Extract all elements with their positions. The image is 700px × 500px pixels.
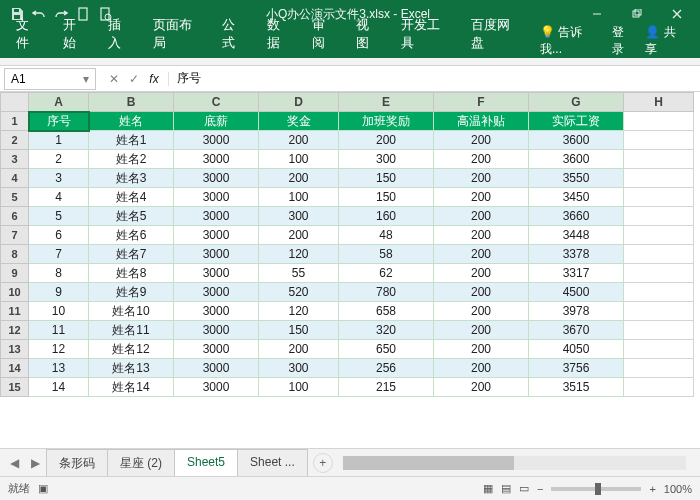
cell-4-A[interactable]: 3 bbox=[29, 169, 89, 188]
cell-7-E[interactable]: 48 bbox=[339, 226, 434, 245]
cell-10-B[interactable]: 姓名9 bbox=[89, 283, 174, 302]
cell-8-C[interactable]: 3000 bbox=[174, 245, 259, 264]
cell-13-B[interactable]: 姓名12 bbox=[89, 340, 174, 359]
cell-2-E[interactable]: 200 bbox=[339, 131, 434, 150]
sheet-tab-2[interactable]: Sheet5 bbox=[174, 449, 238, 477]
cell-7-B[interactable]: 姓名6 bbox=[89, 226, 174, 245]
zoom-in-icon[interactable]: + bbox=[649, 483, 655, 495]
cell-5-D[interactable]: 100 bbox=[259, 188, 339, 207]
view-break-icon[interactable]: ▭ bbox=[519, 482, 529, 495]
cell-9-E[interactable]: 62 bbox=[339, 264, 434, 283]
cell-13-A[interactable]: 12 bbox=[29, 340, 89, 359]
cell-6-E[interactable]: 160 bbox=[339, 207, 434, 226]
row-header-6[interactable]: 6 bbox=[1, 207, 29, 226]
zoom-slider[interactable] bbox=[551, 487, 641, 491]
close-button[interactable] bbox=[658, 2, 696, 26]
cell-4-C[interactable]: 3000 bbox=[174, 169, 259, 188]
spreadsheet-grid[interactable]: ABCDEFGH1序号姓名底薪奖金加班奖励高温补贴实际工资21姓名1300020… bbox=[0, 92, 700, 448]
login-button[interactable]: 登录 bbox=[612, 24, 635, 58]
cell-3-A[interactable]: 2 bbox=[29, 150, 89, 169]
row-header-15[interactable]: 15 bbox=[1, 378, 29, 397]
cell-6-A[interactable]: 5 bbox=[29, 207, 89, 226]
cell-11-E[interactable]: 658 bbox=[339, 302, 434, 321]
cell-9-D[interactable]: 55 bbox=[259, 264, 339, 283]
redo-icon[interactable] bbox=[52, 5, 70, 23]
cell-1-E[interactable]: 加班奖励 bbox=[339, 112, 434, 131]
cell-15-D[interactable]: 100 bbox=[259, 378, 339, 397]
col-header-F[interactable]: F bbox=[434, 93, 529, 112]
cell-8-F[interactable]: 200 bbox=[434, 245, 529, 264]
cell-7-G[interactable]: 3448 bbox=[529, 226, 624, 245]
select-all[interactable] bbox=[1, 93, 29, 112]
cell-10-C[interactable]: 3000 bbox=[174, 283, 259, 302]
cell-4-D[interactable]: 200 bbox=[259, 169, 339, 188]
cell-11-D[interactable]: 120 bbox=[259, 302, 339, 321]
cell-4-E[interactable]: 150 bbox=[339, 169, 434, 188]
row-header-14[interactable]: 14 bbox=[1, 359, 29, 378]
cell-9-A[interactable]: 8 bbox=[29, 264, 89, 283]
cell-8-B[interactable]: 姓名7 bbox=[89, 245, 174, 264]
col-header-C[interactable]: C bbox=[174, 93, 259, 112]
cell-10-D[interactable]: 520 bbox=[259, 283, 339, 302]
cell-7-F[interactable]: 200 bbox=[434, 226, 529, 245]
cell-9-F[interactable]: 200 bbox=[434, 264, 529, 283]
cell-13-F[interactable]: 200 bbox=[434, 340, 529, 359]
cell-12-E[interactable]: 320 bbox=[339, 321, 434, 340]
cell-5-G[interactable]: 3450 bbox=[529, 188, 624, 207]
restore-button[interactable] bbox=[618, 2, 656, 26]
sheet-tab-0[interactable]: 条形码 bbox=[46, 449, 108, 477]
cell-15-B[interactable]: 姓名14 bbox=[89, 378, 174, 397]
tell-me[interactable]: 💡 告诉我... bbox=[540, 24, 602, 58]
undo-icon[interactable] bbox=[30, 5, 48, 23]
row-header-13[interactable]: 13 bbox=[1, 340, 29, 359]
cell-2-G[interactable]: 3600 bbox=[529, 131, 624, 150]
cell-12-D[interactable]: 150 bbox=[259, 321, 339, 340]
cell-14-G[interactable]: 3756 bbox=[529, 359, 624, 378]
zoom-out-icon[interactable]: − bbox=[537, 483, 543, 495]
row-header-1[interactable]: 1 bbox=[1, 112, 29, 131]
cell-4-B[interactable]: 姓名3 bbox=[89, 169, 174, 188]
cell-6-C[interactable]: 3000 bbox=[174, 207, 259, 226]
cell-1-F[interactable]: 高温补贴 bbox=[434, 112, 529, 131]
cancel-icon[interactable]: ✕ bbox=[106, 72, 122, 86]
cell-11-G[interactable]: 3978 bbox=[529, 302, 624, 321]
cell-4-F[interactable]: 200 bbox=[434, 169, 529, 188]
row-header-2[interactable]: 2 bbox=[1, 131, 29, 150]
cell-8-A[interactable]: 7 bbox=[29, 245, 89, 264]
cell-5-F[interactable]: 200 bbox=[434, 188, 529, 207]
tab-nav-prev-icon[interactable]: ◀ bbox=[4, 456, 25, 470]
sheet-tab-3[interactable]: Sheet ... bbox=[237, 449, 308, 477]
cell-11-C[interactable]: 3000 bbox=[174, 302, 259, 321]
cell-7-D[interactable]: 200 bbox=[259, 226, 339, 245]
cell-13-C[interactable]: 3000 bbox=[174, 340, 259, 359]
cell-12-F[interactable]: 200 bbox=[434, 321, 529, 340]
cell-13-G[interactable]: 4050 bbox=[529, 340, 624, 359]
col-header-A[interactable]: A bbox=[29, 93, 89, 112]
macro-record-icon[interactable]: ▣ bbox=[38, 482, 48, 495]
cell-6-D[interactable]: 300 bbox=[259, 207, 339, 226]
cell-15-G[interactable]: 3515 bbox=[529, 378, 624, 397]
save-icon[interactable] bbox=[8, 5, 26, 23]
col-header-G[interactable]: G bbox=[529, 93, 624, 112]
cell-12-G[interactable]: 3670 bbox=[529, 321, 624, 340]
cell-5-A[interactable]: 4 bbox=[29, 188, 89, 207]
cell-8-D[interactable]: 120 bbox=[259, 245, 339, 264]
cell-13-D[interactable]: 200 bbox=[259, 340, 339, 359]
col-header-D[interactable]: D bbox=[259, 93, 339, 112]
row-header-3[interactable]: 3 bbox=[1, 150, 29, 169]
cell-4-G[interactable]: 3550 bbox=[529, 169, 624, 188]
cell-15-E[interactable]: 215 bbox=[339, 378, 434, 397]
cell-6-F[interactable]: 200 bbox=[434, 207, 529, 226]
new-icon[interactable] bbox=[74, 5, 92, 23]
col-header-B[interactable]: B bbox=[89, 93, 174, 112]
cell-9-C[interactable]: 3000 bbox=[174, 264, 259, 283]
fx-icon[interactable]: fx bbox=[146, 72, 162, 86]
cell-14-F[interactable]: 200 bbox=[434, 359, 529, 378]
cell-3-B[interactable]: 姓名2 bbox=[89, 150, 174, 169]
cell-11-B[interactable]: 姓名10 bbox=[89, 302, 174, 321]
cell-11-F[interactable]: 200 bbox=[434, 302, 529, 321]
cell-7-C[interactable]: 3000 bbox=[174, 226, 259, 245]
print-preview-icon[interactable] bbox=[96, 5, 114, 23]
name-box[interactable]: A1▾ bbox=[4, 68, 96, 90]
cell-1-B[interactable]: 姓名 bbox=[89, 112, 174, 131]
